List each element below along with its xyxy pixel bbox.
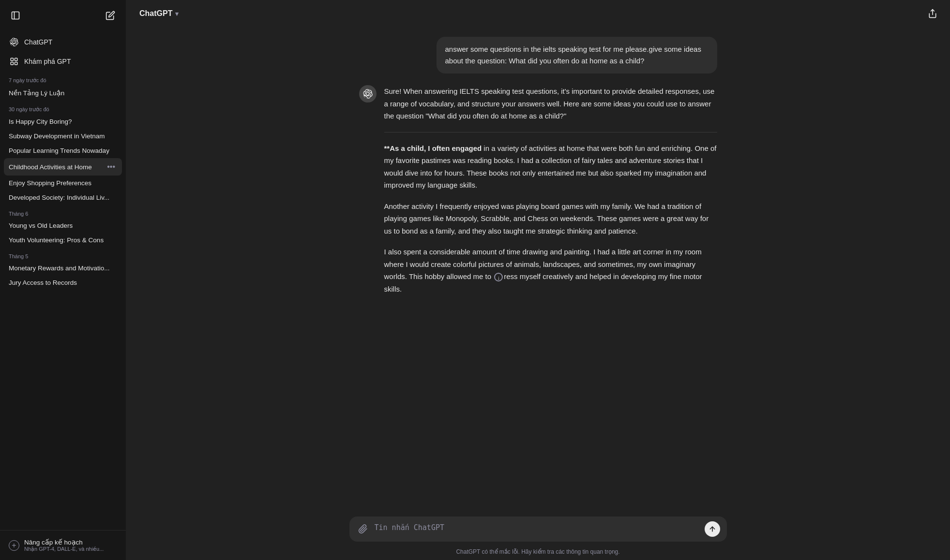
assistant-paragraph-3: I also spent a considerable amount of ti… — [384, 246, 717, 295]
svg-rect-3 — [15, 58, 17, 60]
plus-icon: + — [9, 540, 19, 551]
main-header: ChatGPT ▾ — [126, 0, 950, 27]
sidebar-item-shopping[interactable]: Enjoy Shopping Preferences — [4, 176, 122, 190]
upgrade-button[interactable]: + Nâng cấp kế hoạch Nhận GPT-4, DALL-E, … — [4, 534, 122, 556]
main-content: ChatGPT ▾ answer some questions in the i… — [126, 0, 950, 560]
header-title-button[interactable]: ChatGPT ▾ — [136, 7, 182, 20]
svg-rect-2 — [11, 58, 13, 60]
chat-area: answer some questions in the ielts speak… — [126, 27, 950, 511]
status-bar: ChatGPT có thể mắc lỗi. Hãy kiểm tra các… — [126, 545, 950, 560]
sidebar-item-happy-city-label: Is Happy City Boring? — [9, 118, 117, 125]
new-chat-button[interactable] — [103, 8, 118, 23]
paragraph-2-text: Another activity I frequently enjoyed wa… — [384, 202, 709, 235]
assistant-intro-text: Sure! When answering IELTS speaking test… — [384, 87, 715, 120]
assistant-paragraph-1: **As a child, I often engaged in a varie… — [384, 142, 717, 192]
sidebar-item-learning-label: Popular Learning Trends Nowaday — [9, 147, 117, 154]
sidebar-item-monetary[interactable]: Monetary Rewards and Motivatio... — [4, 261, 122, 275]
user-message-row: answer some questions in the ielts speak… — [359, 37, 717, 74]
sidebar-item-jury-label: Jury Access to Records — [9, 279, 117, 286]
sidebar-item-young-old[interactable]: Young vs Old Leaders — [4, 219, 122, 233]
sidebar-item-chatgpt[interactable]: ChatGPT — [4, 33, 122, 51]
assistant-avatar — [359, 85, 377, 103]
section-label-thang6: Tháng 6 — [4, 205, 122, 219]
sidebar-item-developed[interactable]: Developed Society: Individual Liv... — [4, 191, 122, 205]
toggle-sidebar-button[interactable] — [8, 8, 23, 23]
upgrade-sublabel: Nhận GPT-4, DALL-E, và nhiều... — [24, 546, 104, 552]
user-message-text: answer some questions in the ielts speak… — [445, 45, 701, 65]
sidebar-header — [0, 2, 126, 29]
svg-rect-4 — [11, 62, 13, 65]
sidebar-item-childhood-label: Childhood Activities at Home — [9, 163, 105, 171]
sidebar-content: ChatGPT Khám phá GPT 7 ngày trước đó Nền… — [0, 29, 126, 530]
header-title: ChatGPT — [139, 9, 172, 18]
sidebar-item-explore[interactable]: Khám phá GPT — [4, 52, 122, 71]
sidebar-item-jury[interactable]: Jury Access to Records — [4, 276, 122, 290]
content-divider — [384, 132, 717, 133]
svg-rect-0 — [12, 12, 19, 19]
sidebar-item-childhood[interactable]: Childhood Activities at Home ••• — [4, 158, 122, 176]
sidebar-item-subway[interactable]: Subway Development in Vietnam — [4, 129, 122, 143]
sidebar-item-subway-label: Subway Development in Vietnam — [9, 133, 117, 140]
section-label-thang5: Tháng 5 — [4, 248, 122, 261]
sidebar-item-developed-label: Developed Society: Individual Liv... — [9, 194, 117, 201]
user-bubble: answer some questions in the ielts speak… — [437, 37, 717, 74]
sidebar-item-shopping-label: Enjoy Shopping Preferences — [9, 179, 117, 187]
grid-icon — [9, 56, 19, 67]
sidebar-footer: + Nâng cấp kế hoạch Nhận GPT-4, DALL-E, … — [0, 530, 126, 560]
message-container: answer some questions in the ielts speak… — [349, 37, 727, 295]
sidebar-item-nen-tang[interactable]: Nền Tảng Lý Luận — [4, 86, 122, 100]
upgrade-text: Nâng cấp kế hoạch Nhận GPT-4, DALL-E, và… — [24, 538, 104, 552]
sidebar-item-monetary-label: Monetary Rewards and Motivatio... — [9, 265, 117, 272]
sidebar-item-youth-label: Youth Volunteering: Pros & Cons — [9, 236, 117, 244]
assistant-message-row: Sure! When answering IELTS speaking test… — [359, 85, 717, 295]
send-button[interactable] — [705, 521, 720, 537]
section-label-7days: 7 ngày trước đó — [4, 72, 122, 86]
assistant-intro: Sure! When answering IELTS speaking test… — [384, 85, 717, 122]
assistant-content: Sure! When answering IELTS speaking test… — [384, 85, 717, 295]
sidebar: ChatGPT Khám phá GPT 7 ngày trước đó Nền… — [0, 0, 126, 560]
sidebar-item-young-old-label: Young vs Old Leaders — [9, 222, 117, 229]
explore-item-label: Khám phá GPT — [24, 58, 71, 65]
chat-input[interactable] — [375, 523, 700, 535]
chatgpt-item-label: ChatGPT — [24, 38, 52, 46]
chevron-down-icon: ▾ — [175, 10, 179, 17]
input-area — [126, 511, 950, 545]
sidebar-item-youth[interactable]: Youth Volunteering: Pros & Cons — [4, 233, 122, 247]
svg-rect-5 — [15, 62, 17, 65]
sidebar-item-learning[interactable]: Popular Learning Trends Nowaday — [4, 144, 122, 158]
bold-prefix: **As a child, I often engaged — [384, 144, 482, 152]
more-options-icon[interactable]: ••• — [105, 162, 117, 172]
input-container — [349, 516, 727, 542]
status-text: ChatGPT có thể mắc lỗi. Hãy kiểm tra các… — [456, 548, 619, 555]
assistant-paragraph-2: Another activity I frequently enjoyed wa… — [384, 200, 717, 237]
upgrade-label: Nâng cấp kế hoạch — [24, 538, 104, 546]
chatgpt-icon — [9, 37, 19, 47]
section-label-30days: 30 ngày trước đó — [4, 101, 122, 115]
scroll-down-icon: ↓ — [494, 273, 503, 281]
sidebar-item-happy-city[interactable]: Is Happy City Boring? — [4, 115, 122, 129]
sidebar-item-nen-tang-label: Nền Tảng Lý Luận — [9, 89, 117, 97]
attach-button[interactable] — [356, 522, 370, 536]
share-button[interactable] — [925, 6, 940, 21]
